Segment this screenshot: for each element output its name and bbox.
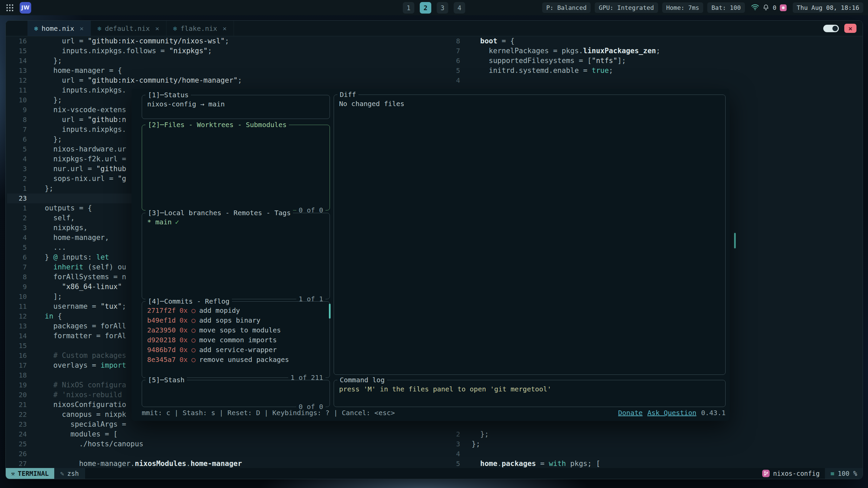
code-text: inputs.nixpkgs.follows = "nixpkgs"; (45, 46, 212, 56)
commit-row[interactable]: 2a239500x○move sops to modules (147, 325, 324, 335)
commit-message: move common imports (199, 336, 277, 344)
lazygit-stash-panel[interactable]: [5]─Stash 0 of 0 (142, 380, 330, 407)
line-number: 22 (7, 410, 27, 420)
code-line[interactable]: 13 home-manager = { (7, 66, 441, 76)
code-line[interactable]: 2 }; (440, 429, 863, 439)
code-line[interactable]: 4 (440, 449, 863, 459)
code-text: nixos-hardware.ur (45, 144, 126, 154)
app-launcher-icon[interactable] (5, 3, 15, 13)
pencil-icon: ✎ (60, 470, 64, 477)
tray-color-icon[interactable] (780, 4, 787, 11)
tab-close-icon[interactable]: × (223, 24, 227, 33)
shell-segment: ✎ zsh (54, 468, 85, 479)
code-text: }; (472, 429, 489, 439)
panel-title: [5]─Stash (145, 375, 187, 385)
commit-row[interactable]: 9486b7d0x○add service-wrapper (147, 345, 324, 355)
lazygit-branches-panel[interactable]: [3]─Local branches - Remotes - Tags 1 of… (142, 213, 330, 299)
code-line[interactable]: 7 kernelPackages = pkgs.linuxPackages_ze… (440, 46, 863, 56)
link-ask-question[interactable]: Ask Question (647, 408, 696, 418)
code-text: }; (45, 95, 62, 105)
code-text: initrd.systemd.enable = true; (472, 66, 613, 76)
lazygit-command-log-panel[interactable]: Command log press 'M' in the files panel… (334, 380, 726, 407)
clock: Thu Aug 08, 18:16 (793, 2, 863, 13)
tab-flake.nix[interactable]: ❄flake.nix× (166, 21, 234, 36)
commit-author: 0x (179, 336, 188, 344)
code-line[interactable]: 12 url = "github:nix-community/home-mana… (7, 76, 441, 85)
workspace-4[interactable]: 4 (454, 2, 465, 14)
lazygit-status-panel[interactable]: [1]─Status nixos-config → main (142, 95, 330, 119)
nix-snowflake-icon: ❄ (34, 25, 38, 32)
code-text: }; (472, 439, 480, 449)
lazygit-diff-panel[interactable]: Diff No changed files (334, 95, 726, 375)
workspace-3[interactable]: 3 (437, 2, 448, 14)
topbar-right: P: BalancedGPU: IntegratedHome: 7msBat: … (542, 2, 863, 13)
panel-title: [2]─Files - Worktrees - Submodules (145, 120, 289, 130)
code-line[interactable]: 15 inputs.nixpkgs.follows = "nixpkgs"; (7, 46, 441, 56)
commit-row[interactable]: 2717f2f0x○add mopidy (147, 306, 324, 316)
window-toggle[interactable] (823, 25, 839, 32)
code-line[interactable]: 4 (440, 76, 863, 85)
editor-scrollbar-thumb[interactable] (734, 233, 736, 248)
tab-label: home.nix (41, 24, 74, 33)
commits-scrollbar-thumb[interactable] (329, 304, 331, 319)
commit-row[interactable]: 8e345a70x○remove unused packages (147, 355, 324, 365)
code-text: # NixOS configura (45, 380, 126, 390)
line-number: 25 (7, 439, 27, 449)
lazygit-popup: [1]─Status nixos-config → main [2]─Files… (132, 89, 730, 421)
line-number: 3 (7, 164, 27, 174)
window-close-button[interactable]: × (844, 24, 856, 33)
code-text: self, (45, 213, 75, 223)
lazygit-files-panel[interactable]: [2]─Files - Worktrees - Submodules 0 of … (142, 125, 330, 210)
status-latency: Home: 7ms (662, 2, 704, 13)
line-number: 14 (7, 331, 27, 341)
bell-icon[interactable] (763, 4, 769, 12)
code-line[interactable]: 26 (7, 449, 441, 459)
branch-row[interactable]: * main✓ (147, 217, 324, 227)
panel-title: [4]─Commits - Reflog (145, 297, 232, 306)
code-line[interactable]: 23 specialArgs = (7, 420, 441, 429)
workspace-2[interactable]: 2 (420, 2, 431, 14)
code-text: ... (45, 243, 66, 252)
workspaces: 1234 (403, 2, 465, 14)
workspace-1[interactable]: 1 (403, 2, 414, 14)
tab-default.nix[interactable]: ❄default.nix× (91, 21, 166, 36)
code-line[interactable]: 27 home-manager.nixosModules.home-manage… (7, 459, 441, 469)
panel-title: [1]─Status (145, 90, 191, 100)
lazygit-commits-panel[interactable]: [4]─Commits - Reflog 1 of 211 2717f2f0x○… (142, 301, 330, 378)
code-text: }; (45, 56, 62, 66)
tab-close-icon[interactable]: × (80, 24, 84, 33)
code-line[interactable]: 6 supportedFilesystems = ["ntfs"]; (440, 56, 863, 66)
commit-row[interactable]: d9202180x○move common imports (147, 335, 324, 345)
line-number: 11 (7, 302, 27, 311)
line-number: 4 (7, 154, 27, 164)
window-controls: × (823, 21, 863, 36)
code-text: url = "github:nix-community/home-manager… (45, 76, 242, 85)
code-line[interactable]: 16 url = "github:nix-community/nixos-wsl… (7, 36, 441, 46)
line-number: 6 (7, 252, 27, 262)
tab-close-icon[interactable]: × (155, 24, 159, 33)
line-number: 9 (7, 282, 27, 292)
code-line[interactable]: 3}; (440, 439, 863, 449)
code-line[interactable]: 5 home.packages = with pkgs; [ (440, 459, 863, 469)
line-number: 3 (440, 439, 460, 449)
code-line[interactable]: 5 initrd.systemd.enable = true; (440, 66, 863, 76)
line-number: 8 (7, 272, 27, 282)
line-number: 23 (7, 420, 27, 429)
commit-row[interactable]: b49ef1d0x○add sops binary (147, 316, 324, 325)
link-donate[interactable]: Donate (618, 408, 643, 418)
line-number: 1 (7, 203, 27, 213)
code-line[interactable]: 14 }; (7, 56, 441, 66)
tab-home.nix[interactable]: ❄home.nix× (27, 21, 91, 36)
code-text: home.packages = with pkgs; [ (472, 459, 600, 469)
wifi-icon[interactable] (751, 3, 759, 13)
scroll-percent-segment: ≡ 100 % (825, 468, 863, 479)
diff-message: No changed files (339, 99, 720, 109)
code-line[interactable]: 25 ./hosts/canopus (7, 439, 441, 449)
code-line[interactable]: 8 boot = { (440, 36, 863, 46)
code-line[interactable]: 24 modules = [ (7, 429, 441, 439)
line-number: 11 (7, 85, 27, 95)
panel-title: Diff (337, 90, 358, 100)
lazygit-keybindings-bar: mmit: c | Stash: s | Reset: D | Keybindi… (142, 408, 726, 418)
commit-author: 0x (179, 316, 188, 324)
commit-node-icon: ○ (191, 316, 195, 324)
